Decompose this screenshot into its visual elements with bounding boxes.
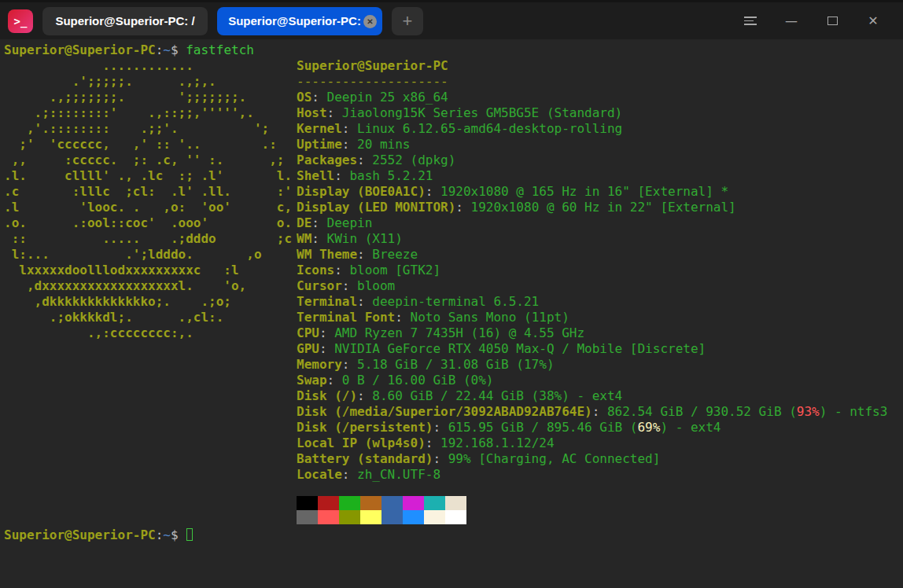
info-segment-value: AMD Ryzen 7 7435H (16) @ 4.55 GHz: [334, 325, 584, 340]
info-segment-value: Jiaolong15K Series GM5BG5E (Standard): [342, 105, 622, 120]
info-segment-label: WM: [297, 231, 311, 246]
info-segment-value: 8.60 GiB / 22.44 GiB (38%) - ext4: [372, 388, 622, 403]
info-line: Kernel: Linux 6.12.65-amd64-desktop-roll…: [297, 121, 887, 137]
terminal-content[interactable]: Superior@Superior-PC:~$ fastfetch ......…: [0, 39, 903, 543]
info-segment-label: GPU: [297, 341, 319, 356]
info-segment-punct: :: [357, 247, 372, 262]
info-segment-label: DE: [297, 215, 311, 230]
fastfetch-output: ............ .';;;;;. .,;,. .,;;;;;;;. '…: [4, 58, 903, 524]
info-segment-label: OS: [297, 90, 311, 105]
palette-swatch: [424, 510, 445, 524]
info-line: Locale: zh_CN.UTF-8: [297, 467, 887, 483]
info-segment-sep: --------------------: [297, 74, 448, 89]
info-segment-label: Packages: [297, 153, 357, 167]
info-segment-value: Breeze: [372, 247, 418, 262]
palette-swatch: [403, 510, 424, 524]
close-button[interactable]: ✕: [862, 10, 884, 32]
command-text: fastfetch: [186, 42, 254, 57]
info-segment-punct: :: [342, 137, 357, 152]
info-line: DE: Deepin: [297, 215, 887, 231]
tab-root-directory[interactable]: Superior@Superior-PC: /: [42, 7, 208, 35]
prompt-line-idle: Superior@Superior-PC:~$: [4, 527, 903, 543]
color-palette: [297, 496, 887, 524]
prompt-user: Superior@Superior-PC: [4, 42, 156, 57]
new-tab-button[interactable]: +: [392, 7, 423, 35]
info-line: GPU: NVIDIA GeForce RTX 4050 Max-Q / Mob…: [297, 341, 887, 357]
palette-row: [297, 496, 887, 510]
palette-swatch: [424, 496, 445, 510]
info-segment-punct: :: [357, 294, 372, 309]
palette-swatch: [403, 496, 424, 510]
palette-swatch: [381, 510, 403, 524]
info-line: Terminal Font: Noto Sans Mono (11pt): [297, 310, 887, 325]
prompt-path: ~: [163, 527, 171, 542]
info-segment-label: Disk (/): [297, 388, 357, 403]
maximize-icon: [827, 17, 838, 25]
info-segment-punct: :: [592, 404, 607, 419]
info-segment-label: Locale: [297, 467, 342, 482]
info-segment-value: 5.18 GiB / 31.08 GiB (17%): [357, 357, 554, 372]
info-line: Display (LED MONITOR): 1920x1080 @ 60 Hz…: [297, 200, 887, 215]
info-line: Terminal: deepin-terminal 6.5.21: [297, 294, 887, 310]
info-line: Shell: bash 5.2.21: [297, 168, 887, 184]
terminal-prompt-glyph: >_: [14, 15, 28, 28]
info-segment-value: bash 5.2.21: [349, 168, 433, 183]
tab-label: Superior@Superior-PC: ~: [228, 14, 371, 28]
info-segment-red: 93%: [797, 404, 820, 419]
info-segment-punct: :: [342, 467, 357, 482]
info-segment-label: Shell: [297, 168, 334, 183]
info-segment-value: NVIDIA GeForce RTX 4050 Max-Q / Mobile […: [334, 341, 706, 356]
palette-swatch: [445, 496, 466, 510]
prompt-user: Superior@Superior-PC: [4, 527, 156, 542]
hamburger-lines: [744, 14, 757, 28]
info-line: Local IP (wlp4s0): 192.168.1.12/24: [297, 435, 887, 451]
info-segment-punct: :: [311, 90, 326, 105]
info-segment-value: bloom: [357, 278, 395, 293]
info-line: Icons: bloom [GTK2]: [297, 263, 887, 278]
info-segment-value: Deepin 25 x86_64: [327, 90, 448, 105]
info-segment-value: 862.54 GiB / 930.52 GiB (: [607, 404, 797, 419]
tab-close-icon[interactable]: ✕: [363, 15, 377, 28]
info-segment-punct: :: [357, 153, 372, 167]
palette-swatch: [381, 496, 403, 510]
info-segment-label: CPU: [297, 325, 319, 340]
prompt-path: ~: [163, 42, 171, 57]
info-segment-punct: :: [455, 200, 470, 215]
prompt-colon: :: [156, 527, 164, 542]
info-segment-value: ) - ext4: [660, 420, 721, 435]
info-segment-value: 1920x1080 @ 165 Hz in 16" [External] *: [440, 184, 728, 199]
palette-row: [297, 510, 887, 524]
system-info: Superior@Superior-PC--------------------…: [297, 58, 887, 524]
info-segment-label: Uptime: [297, 137, 342, 152]
info-segment-value: bloom [GTK2]: [349, 263, 440, 277]
palette-swatch: [360, 510, 381, 524]
info-line: Battery (standard): 99% [Charging, AC Co…: [297, 451, 887, 467]
info-segment-punct: :: [334, 263, 349, 277]
info-line: Host: Jiaolong15K Series GM5BG5E (Standa…: [297, 105, 887, 121]
info-segment-label: Cursor: [297, 278, 342, 293]
info-segment-label: Terminal: [297, 294, 357, 309]
info-segment-label: Display (BOE0A1C): [297, 184, 426, 199]
palette-swatch: [445, 510, 466, 524]
info-line: --------------------: [297, 74, 887, 90]
menu-icon[interactable]: [739, 10, 761, 32]
info-segment-value: 1920x1080 @ 60 Hz in 22" [External]: [471, 200, 736, 215]
info-segment-punct: :: [433, 420, 448, 435]
info-segment-value: KWin (X11): [327, 231, 403, 246]
info-segment-punct: :: [342, 357, 357, 372]
prompt-space: [179, 42, 186, 57]
info-segment-label: Host: [297, 105, 327, 120]
tab-label: Superior@Superior-PC: /: [55, 14, 194, 28]
info-segment-label: Icons: [297, 263, 334, 277]
maximize-button[interactable]: [821, 10, 843, 32]
titlebar: >_ Superior@Superior-PC: / Superior@Supe…: [0, 0, 903, 39]
palette-swatch: [297, 510, 318, 524]
minimize-button[interactable]: —: [780, 10, 802, 32]
info-line: Cursor: bloom: [297, 278, 887, 294]
info-line: Superior@Superior-PC: [297, 58, 887, 74]
tab-home-directory[interactable]: Superior@Superior-PC: ~ ✕: [217, 7, 382, 35]
info-segment-value: 99% [Charging, AC Connected]: [448, 451, 661, 466]
info-segment-value: deepin-terminal 6.5.21: [372, 294, 539, 309]
info-segment-label: Kernel: [297, 121, 342, 136]
terminal-cursor: [186, 528, 193, 541]
